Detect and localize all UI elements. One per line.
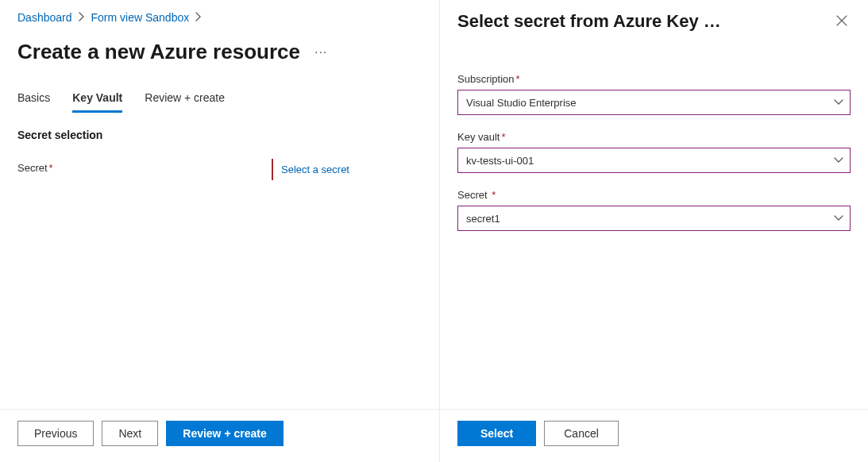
field-row-secret: Secret* Select a secret: [17, 159, 422, 180]
breadcrumb: Dashboard Form view Sandbox: [17, 11, 422, 24]
select-secret-container: Select a secret: [272, 159, 349, 180]
form-field-subscription: Subscription* Visual Studio Enterprise: [457, 73, 851, 115]
main-footer: Previous Next Review + create: [0, 409, 439, 462]
panel-header: Select secret from Azure Key …: [440, 0, 868, 32]
dropdown-value: Visual Studio Enterprise: [466, 97, 577, 109]
field-label-text: Secret: [17, 162, 48, 174]
review-create-button[interactable]: Review + create: [166, 421, 283, 446]
panel-title: Select secret from Azure Key …: [457, 11, 721, 32]
title-row: Create a new Azure resource ···: [17, 40, 422, 64]
label-text: Key vault: [457, 131, 500, 143]
chevron-down-icon: [834, 99, 843, 106]
section-heading-secret-selection: Secret selection: [17, 129, 422, 141]
chevron-down-icon: [834, 215, 843, 221]
panel-body: Subscription* Visual Studio Enterprise K…: [440, 32, 868, 409]
chevron-down-icon: [834, 157, 843, 164]
previous-button[interactable]: Previous: [17, 421, 94, 446]
chevron-right-icon: [79, 12, 85, 24]
subscription-dropdown[interactable]: Visual Studio Enterprise: [457, 90, 851, 115]
secret-dropdown[interactable]: secret1: [457, 206, 851, 231]
keyvault-dropdown[interactable]: kv-tests-ui-001: [457, 148, 851, 173]
dropdown-value: secret1: [466, 213, 500, 225]
breadcrumb-item-form-view-sandbox[interactable]: Form view Sandbox: [91, 11, 190, 24]
required-indicator: *: [501, 131, 505, 143]
form-field-keyvault: Key vault* kv-tests-ui-001: [457, 131, 851, 173]
label-text: Subscription: [457, 73, 515, 85]
cancel-button[interactable]: Cancel: [544, 421, 619, 446]
main-content: Dashboard Form view Sandbox Create a new…: [0, 0, 439, 409]
select-secret-link[interactable]: Select a secret: [281, 164, 349, 175]
chevron-right-icon: [195, 12, 202, 24]
tab-review-create[interactable]: Review + create: [145, 91, 225, 113]
close-icon: [836, 13, 847, 29]
tab-key-vault[interactable]: Key Vault: [72, 91, 122, 113]
page-title: Create a new Azure resource: [17, 40, 300, 64]
side-panel: Select secret from Azure Key … Subscript…: [440, 0, 868, 462]
required-indicator: *: [516, 73, 520, 85]
required-indicator: *: [49, 162, 53, 174]
close-button[interactable]: [833, 11, 851, 32]
label-keyvault: Key vault*: [457, 131, 851, 143]
label-text: Secret: [457, 189, 488, 201]
panel-footer: Select Cancel: [440, 409, 868, 462]
required-indicator: *: [492, 189, 496, 201]
more-actions-button[interactable]: ···: [310, 42, 332, 63]
label-subscription: Subscription*: [457, 73, 851, 85]
tabs: Basics Key Vault Review + create: [17, 91, 422, 113]
select-button[interactable]: Select: [457, 421, 536, 446]
dropdown-value: kv-tests-ui-001: [466, 155, 534, 167]
next-button[interactable]: Next: [102, 421, 158, 446]
field-label-secret: Secret*: [17, 159, 272, 174]
label-secret: Secret *: [457, 189, 851, 201]
form-field-secret: Secret * secret1: [457, 189, 851, 231]
breadcrumb-item-dashboard[interactable]: Dashboard: [17, 11, 72, 24]
main-pane: Dashboard Form view Sandbox Create a new…: [0, 0, 439, 462]
tab-basics[interactable]: Basics: [17, 91, 50, 113]
